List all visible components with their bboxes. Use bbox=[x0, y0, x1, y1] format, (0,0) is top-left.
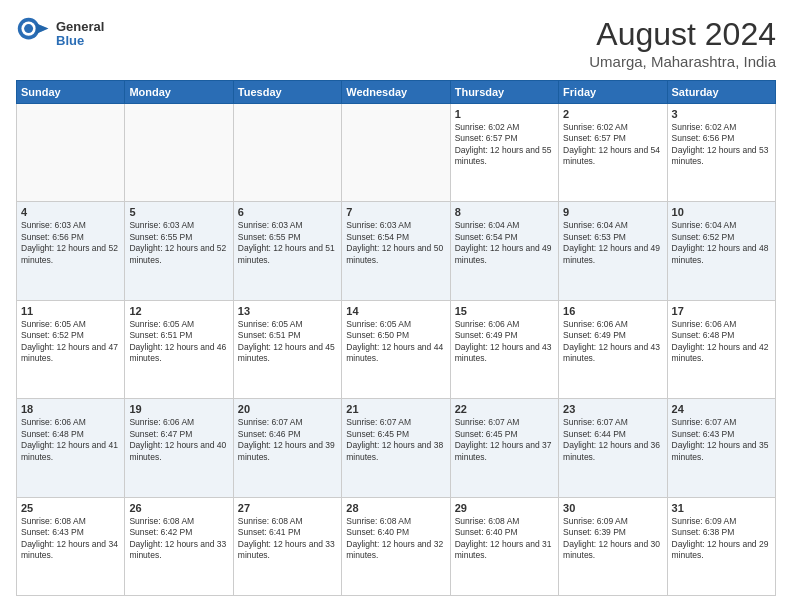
calendar-week-row: 18Sunrise: 6:06 AMSunset: 6:48 PMDayligh… bbox=[17, 399, 776, 497]
day-details: Sunrise: 6:02 AMSunset: 6:57 PMDaylight:… bbox=[563, 122, 662, 168]
day-number: 13 bbox=[238, 305, 337, 317]
day-cell-25: 25Sunrise: 6:08 AMSunset: 6:43 PMDayligh… bbox=[17, 497, 125, 595]
day-details: Sunrise: 6:06 AMSunset: 6:49 PMDaylight:… bbox=[455, 319, 554, 365]
logo: General Blue bbox=[16, 16, 104, 52]
day-cell-1: 1Sunrise: 6:02 AMSunset: 6:57 PMDaylight… bbox=[450, 104, 558, 202]
calendar-week-row: 1Sunrise: 6:02 AMSunset: 6:57 PMDaylight… bbox=[17, 104, 776, 202]
day-number: 22 bbox=[455, 403, 554, 415]
day-details: Sunrise: 6:06 AMSunset: 6:48 PMDaylight:… bbox=[21, 417, 120, 463]
day-details: Sunrise: 6:09 AMSunset: 6:38 PMDaylight:… bbox=[672, 516, 771, 562]
day-header-friday: Friday bbox=[559, 81, 667, 104]
day-number: 8 bbox=[455, 206, 554, 218]
day-details: Sunrise: 6:06 AMSunset: 6:48 PMDaylight:… bbox=[672, 319, 771, 365]
day-cell-22: 22Sunrise: 6:07 AMSunset: 6:45 PMDayligh… bbox=[450, 399, 558, 497]
day-header-monday: Monday bbox=[125, 81, 233, 104]
day-number: 31 bbox=[672, 502, 771, 514]
day-number: 2 bbox=[563, 108, 662, 120]
day-details: Sunrise: 6:04 AMSunset: 6:54 PMDaylight:… bbox=[455, 220, 554, 266]
day-cell-7: 7Sunrise: 6:03 AMSunset: 6:54 PMDaylight… bbox=[342, 202, 450, 300]
calendar-header-row: SundayMondayTuesdayWednesdayThursdayFrid… bbox=[17, 81, 776, 104]
day-cell-23: 23Sunrise: 6:07 AMSunset: 6:44 PMDayligh… bbox=[559, 399, 667, 497]
logo-icon bbox=[16, 16, 52, 52]
day-details: Sunrise: 6:07 AMSunset: 6:45 PMDaylight:… bbox=[455, 417, 554, 463]
day-details: Sunrise: 6:05 AMSunset: 6:51 PMDaylight:… bbox=[238, 319, 337, 365]
day-details: Sunrise: 6:02 AMSunset: 6:57 PMDaylight:… bbox=[455, 122, 554, 168]
day-number: 18 bbox=[21, 403, 120, 415]
day-cell-2: 2Sunrise: 6:02 AMSunset: 6:57 PMDaylight… bbox=[559, 104, 667, 202]
svg-marker-4 bbox=[36, 23, 49, 34]
title-block: August 2024 Umarga, Maharashtra, India bbox=[589, 16, 776, 70]
day-cell-29: 29Sunrise: 6:08 AMSunset: 6:40 PMDayligh… bbox=[450, 497, 558, 595]
day-details: Sunrise: 6:08 AMSunset: 6:42 PMDaylight:… bbox=[129, 516, 228, 562]
day-details: Sunrise: 6:07 AMSunset: 6:43 PMDaylight:… bbox=[672, 417, 771, 463]
day-number: 28 bbox=[346, 502, 445, 514]
day-cell-3: 3Sunrise: 6:02 AMSunset: 6:56 PMDaylight… bbox=[667, 104, 775, 202]
day-cell-14: 14Sunrise: 6:05 AMSunset: 6:50 PMDayligh… bbox=[342, 300, 450, 398]
day-cell-8: 8Sunrise: 6:04 AMSunset: 6:54 PMDaylight… bbox=[450, 202, 558, 300]
day-number: 14 bbox=[346, 305, 445, 317]
day-details: Sunrise: 6:03 AMSunset: 6:54 PMDaylight:… bbox=[346, 220, 445, 266]
day-number: 3 bbox=[672, 108, 771, 120]
day-details: Sunrise: 6:08 AMSunset: 6:41 PMDaylight:… bbox=[238, 516, 337, 562]
day-number: 19 bbox=[129, 403, 228, 415]
calendar-week-row: 25Sunrise: 6:08 AMSunset: 6:43 PMDayligh… bbox=[17, 497, 776, 595]
day-details: Sunrise: 6:02 AMSunset: 6:56 PMDaylight:… bbox=[672, 122, 771, 168]
day-header-wednesday: Wednesday bbox=[342, 81, 450, 104]
day-cell-13: 13Sunrise: 6:05 AMSunset: 6:51 PMDayligh… bbox=[233, 300, 341, 398]
header: General Blue August 2024 Umarga, Maharas… bbox=[16, 16, 776, 70]
day-cell-11: 11Sunrise: 6:05 AMSunset: 6:52 PMDayligh… bbox=[17, 300, 125, 398]
day-cell-4: 4Sunrise: 6:03 AMSunset: 6:56 PMDaylight… bbox=[17, 202, 125, 300]
empty-cell bbox=[17, 104, 125, 202]
day-details: Sunrise: 6:05 AMSunset: 6:51 PMDaylight:… bbox=[129, 319, 228, 365]
day-details: Sunrise: 6:07 AMSunset: 6:46 PMDaylight:… bbox=[238, 417, 337, 463]
day-cell-31: 31Sunrise: 6:09 AMSunset: 6:38 PMDayligh… bbox=[667, 497, 775, 595]
day-details: Sunrise: 6:08 AMSunset: 6:40 PMDaylight:… bbox=[455, 516, 554, 562]
day-cell-27: 27Sunrise: 6:08 AMSunset: 6:41 PMDayligh… bbox=[233, 497, 341, 595]
day-details: Sunrise: 6:03 AMSunset: 6:56 PMDaylight:… bbox=[21, 220, 120, 266]
month-title: August 2024 bbox=[589, 16, 776, 53]
day-cell-19: 19Sunrise: 6:06 AMSunset: 6:47 PMDayligh… bbox=[125, 399, 233, 497]
day-number: 20 bbox=[238, 403, 337, 415]
day-number: 4 bbox=[21, 206, 120, 218]
day-number: 17 bbox=[672, 305, 771, 317]
day-number: 24 bbox=[672, 403, 771, 415]
day-details: Sunrise: 6:06 AMSunset: 6:49 PMDaylight:… bbox=[563, 319, 662, 365]
day-details: Sunrise: 6:08 AMSunset: 6:40 PMDaylight:… bbox=[346, 516, 445, 562]
day-cell-15: 15Sunrise: 6:06 AMSunset: 6:49 PMDayligh… bbox=[450, 300, 558, 398]
svg-point-2 bbox=[24, 24, 33, 33]
day-number: 26 bbox=[129, 502, 228, 514]
day-cell-30: 30Sunrise: 6:09 AMSunset: 6:39 PMDayligh… bbox=[559, 497, 667, 595]
day-number: 23 bbox=[563, 403, 662, 415]
day-number: 29 bbox=[455, 502, 554, 514]
day-header-tuesday: Tuesday bbox=[233, 81, 341, 104]
day-cell-9: 9Sunrise: 6:04 AMSunset: 6:53 PMDaylight… bbox=[559, 202, 667, 300]
day-cell-26: 26Sunrise: 6:08 AMSunset: 6:42 PMDayligh… bbox=[125, 497, 233, 595]
day-details: Sunrise: 6:07 AMSunset: 6:45 PMDaylight:… bbox=[346, 417, 445, 463]
calendar-week-row: 11Sunrise: 6:05 AMSunset: 6:52 PMDayligh… bbox=[17, 300, 776, 398]
day-header-thursday: Thursday bbox=[450, 81, 558, 104]
page: General Blue August 2024 Umarga, Maharas… bbox=[0, 0, 792, 612]
day-header-sunday: Sunday bbox=[17, 81, 125, 104]
day-header-saturday: Saturday bbox=[667, 81, 775, 104]
day-number: 6 bbox=[238, 206, 337, 218]
empty-cell bbox=[125, 104, 233, 202]
day-number: 27 bbox=[238, 502, 337, 514]
empty-cell bbox=[233, 104, 341, 202]
day-number: 10 bbox=[672, 206, 771, 218]
day-cell-18: 18Sunrise: 6:06 AMSunset: 6:48 PMDayligh… bbox=[17, 399, 125, 497]
day-cell-28: 28Sunrise: 6:08 AMSunset: 6:40 PMDayligh… bbox=[342, 497, 450, 595]
day-number: 30 bbox=[563, 502, 662, 514]
calendar-table: SundayMondayTuesdayWednesdayThursdayFrid… bbox=[16, 80, 776, 596]
day-details: Sunrise: 6:05 AMSunset: 6:50 PMDaylight:… bbox=[346, 319, 445, 365]
location-title: Umarga, Maharashtra, India bbox=[589, 53, 776, 70]
calendar-week-row: 4Sunrise: 6:03 AMSunset: 6:56 PMDaylight… bbox=[17, 202, 776, 300]
day-number: 1 bbox=[455, 108, 554, 120]
day-cell-5: 5Sunrise: 6:03 AMSunset: 6:55 PMDaylight… bbox=[125, 202, 233, 300]
empty-cell bbox=[342, 104, 450, 202]
day-number: 9 bbox=[563, 206, 662, 218]
day-details: Sunrise: 6:08 AMSunset: 6:43 PMDaylight:… bbox=[21, 516, 120, 562]
day-cell-24: 24Sunrise: 6:07 AMSunset: 6:43 PMDayligh… bbox=[667, 399, 775, 497]
day-number: 15 bbox=[455, 305, 554, 317]
day-details: Sunrise: 6:04 AMSunset: 6:53 PMDaylight:… bbox=[563, 220, 662, 266]
day-details: Sunrise: 6:03 AMSunset: 6:55 PMDaylight:… bbox=[238, 220, 337, 266]
